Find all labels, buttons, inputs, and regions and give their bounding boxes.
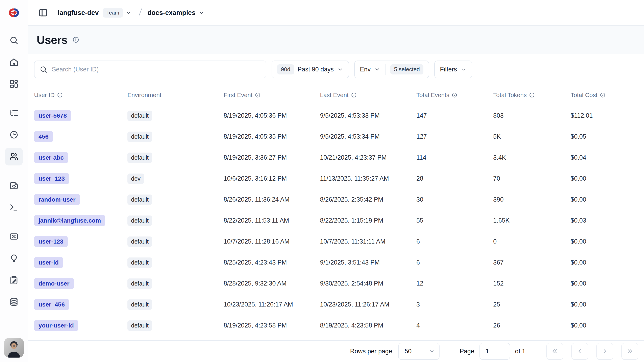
first-event-cell: 8/25/2025, 4:23:43 PM xyxy=(224,259,320,266)
table-row[interactable]: user-id default 8/25/2025, 4:23:43 PM 9/… xyxy=(28,252,644,273)
sidebar-item-tracing[interactable] xyxy=(5,104,23,122)
user-id-badge[interactable]: user-abc xyxy=(34,152,68,163)
page-label: Page xyxy=(460,348,474,355)
last-event-cell: 10/23/2025, 11:26:17 AM xyxy=(320,301,416,308)
filters-label: Filters xyxy=(440,66,457,73)
total-cost-cell: $0.00 xyxy=(570,175,644,182)
first-event-cell: 8/19/2025, 3:36:27 PM xyxy=(224,154,320,161)
user-avatar[interactable] xyxy=(4,338,24,357)
column-header[interactable]: First Event xyxy=(224,92,320,99)
chevron-down-icon xyxy=(374,66,380,73)
column-label: Total Tokens xyxy=(493,92,527,99)
next-page-button[interactable] xyxy=(596,343,613,360)
column-header[interactable]: User ID xyxy=(34,92,128,99)
org-dropdown[interactable] xyxy=(126,10,132,16)
environment-badge: default xyxy=(128,215,152,226)
last-event-cell: 8/22/2025, 1:15:19 PM xyxy=(320,217,416,224)
sidebar-toggle-button[interactable] xyxy=(37,7,49,19)
table-row[interactable]: jannik@langfuse.com default 8/22/2025, 1… xyxy=(28,210,644,231)
user-id-badge[interactable]: 456 xyxy=(34,131,53,142)
user-id-badge[interactable]: user_456 xyxy=(34,299,69,310)
filters-button[interactable]: Filters xyxy=(434,61,472,78)
project-name[interactable]: docs-examples xyxy=(148,9,196,17)
user-id-badge[interactable]: user-id xyxy=(34,257,63,268)
environment-badge: default xyxy=(128,320,152,331)
table-row[interactable]: demo-user default 8/28/2025, 9:32:30 AM … xyxy=(28,273,644,294)
column-header[interactable]: Environment xyxy=(128,92,224,99)
last-event-cell: 9/5/2025, 4:53:34 PM xyxy=(320,133,416,140)
user-id-badge[interactable]: jannik@langfuse.com xyxy=(34,215,105,226)
previous-page-button[interactable] xyxy=(572,343,588,360)
page-info-icon[interactable] xyxy=(72,36,79,43)
user-id-badge[interactable]: your-user-id xyxy=(34,320,78,331)
percent-card-icon xyxy=(9,232,18,241)
info-icon[interactable] xyxy=(600,92,606,98)
table-row[interactable]: user_123 dev 10/6/2025, 3:16:12 PM 11/13… xyxy=(28,168,644,189)
sidebar-item-users[interactable] xyxy=(5,148,23,165)
environment-badge: default xyxy=(128,236,152,247)
first-event-cell: 10/6/2025, 3:16:12 PM xyxy=(224,175,320,182)
info-icon[interactable] xyxy=(452,92,457,98)
table-row[interactable]: 456 default 8/19/2025, 4:05:35 PM 9/5/20… xyxy=(28,126,644,147)
page-title: Users xyxy=(37,33,68,47)
sidebar-item-insights[interactable] xyxy=(5,249,23,267)
column-header[interactable]: Total Tokens xyxy=(493,92,570,99)
user-id-badge[interactable]: demo-user xyxy=(34,278,74,289)
total-tokens-cell: 26 xyxy=(493,322,570,329)
search-icon xyxy=(9,36,18,45)
column-header[interactable]: Last Event xyxy=(320,92,416,99)
last-event-cell: 8/19/2025, 4:23:58 PM xyxy=(320,322,416,329)
table-row[interactable]: user-5678 default 8/19/2025, 4:05:36 PM … xyxy=(28,105,644,126)
org-name[interactable]: langfuse-dev xyxy=(58,9,99,17)
langfuse-logo[interactable] xyxy=(0,0,28,26)
info-icon[interactable] xyxy=(57,92,63,98)
user-id-badge[interactable]: user_123 xyxy=(34,173,69,184)
table-row[interactable]: random-user default 8/26/2025, 11:36:24 … xyxy=(28,189,644,210)
environment-badge: default xyxy=(128,153,152,163)
sidebar-item-annotations[interactable] xyxy=(5,271,23,289)
search-input[interactable] xyxy=(52,66,261,73)
total-events-cell: 30 xyxy=(416,196,493,203)
sidebar-item-playground[interactable] xyxy=(5,199,23,216)
table-row[interactable]: user-abc default 8/19/2025, 3:36:27 PM 1… xyxy=(28,147,644,168)
chevron-down-icon xyxy=(126,10,132,16)
table-row[interactable]: your-user-id default 8/19/2025, 4:23:58 … xyxy=(28,315,644,336)
environment-badge: default xyxy=(128,195,152,205)
column-header[interactable]: Total Events xyxy=(416,92,493,99)
table-row[interactable]: user-123 default 10/7/2025, 11:28:16 AM … xyxy=(28,231,644,252)
search-box[interactable] xyxy=(34,61,266,78)
sidebar-item-scores[interactable] xyxy=(5,228,23,245)
user-id-badge[interactable]: user-123 xyxy=(34,236,68,247)
sidebar-item-sessions[interactable] xyxy=(5,126,23,144)
page-number-input[interactable] xyxy=(480,343,510,360)
date-range-button[interactable]: 90d Past 90 days xyxy=(272,61,349,78)
project-dropdown[interactable] xyxy=(198,10,204,16)
user-id-badge[interactable]: random-user xyxy=(34,194,80,205)
column-header[interactable]: Total Cost xyxy=(570,92,644,99)
info-icon[interactable] xyxy=(255,92,260,98)
chevron-down-icon xyxy=(429,348,435,354)
first-event-cell: 10/7/2025, 11:28:16 AM xyxy=(224,238,320,245)
total-tokens-cell: 803 xyxy=(493,112,570,119)
user-id-badge[interactable]: user-5678 xyxy=(34,110,71,121)
first-page-button[interactable] xyxy=(546,343,563,360)
column-label: Last Event xyxy=(320,92,348,99)
info-icon[interactable] xyxy=(529,92,535,98)
sidebar-item-home[interactable] xyxy=(5,53,23,71)
sidebar-item-dashboards[interactable] xyxy=(5,75,23,93)
info-icon[interactable] xyxy=(351,92,357,98)
sidebar-item-datasets[interactable] xyxy=(5,293,23,311)
divider xyxy=(385,64,386,75)
env-filter-button[interactable]: Env 5 selected xyxy=(354,61,429,78)
sidebar-item-search[interactable] xyxy=(5,32,23,49)
sidebar-item-prompts[interactable] xyxy=(5,177,23,195)
last-page-button[interactable] xyxy=(622,343,638,360)
app-root: langfuse-dev Team docs-examples Users xyxy=(0,0,644,362)
page-header: Users xyxy=(28,26,644,54)
clipboard-pen-icon xyxy=(9,275,18,285)
table-row[interactable]: user_456 default 10/23/2025, 11:26:17 AM… xyxy=(28,294,644,315)
last-event-cell: 11/13/2025, 11:35:27 AM xyxy=(320,175,416,182)
rows-per-page-select[interactable]: 50 xyxy=(398,343,440,360)
lightbulb-icon xyxy=(9,254,18,263)
total-events-cell: 127 xyxy=(416,133,493,140)
